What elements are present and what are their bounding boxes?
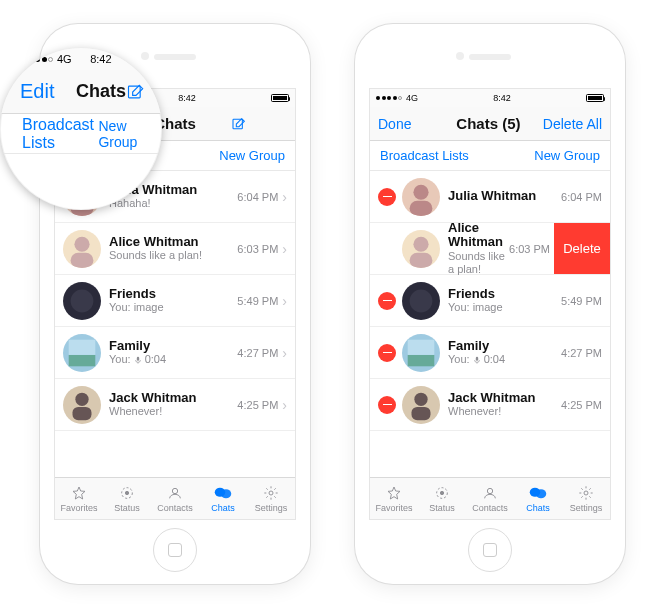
tab-bar: Favorites Status Contacts: [370, 477, 610, 519]
delete-minus-button[interactable]: [378, 188, 396, 206]
chat-time: 6:04 PM: [237, 191, 278, 203]
chat-preview: Sounds like a plan!: [448, 250, 505, 276]
chevron-right-icon: ›: [282, 397, 287, 413]
signal-dots-icon: [376, 96, 402, 100]
chat-name: Jack Whitman: [448, 391, 557, 405]
compose-button[interactable]: [231, 116, 287, 132]
star-icon: [386, 484, 402, 502]
edit-button[interactable]: Edit: [20, 80, 76, 103]
chat-row[interactable]: Julia Whitman 6:04 PM: [370, 171, 610, 223]
chat-row[interactable]: Jack Whitman Whenever! 4:25 PM ›: [55, 379, 295, 431]
chat-name: Friends: [109, 287, 233, 301]
svg-rect-25: [475, 356, 477, 360]
home-button[interactable]: [153, 528, 197, 572]
svg-point-5: [71, 289, 94, 312]
chat-preview: You: image: [448, 301, 557, 314]
chat-time: 4:27 PM: [561, 347, 602, 359]
new-group-link[interactable]: New Group: [219, 148, 285, 163]
status-time: 8:42: [90, 53, 111, 65]
tab-favorites[interactable]: Favorites: [55, 478, 103, 519]
svg-rect-17: [129, 86, 141, 98]
tab-favorites[interactable]: Favorites: [370, 478, 418, 519]
svg-point-29: [440, 491, 443, 494]
chats-icon: [529, 484, 547, 502]
svg-point-26: [414, 392, 427, 405]
chevron-right-icon: ›: [282, 345, 287, 361]
contacts-icon: [482, 484, 498, 502]
status-bar: 4G 8:42: [370, 89, 610, 107]
svg-point-32: [536, 489, 547, 498]
gear-icon: [263, 484, 279, 502]
swipe-delete-button[interactable]: Delete: [554, 223, 610, 274]
svg-point-20: [413, 236, 428, 251]
svg-rect-10: [73, 406, 92, 419]
tab-status[interactable]: Status: [103, 478, 151, 519]
chat-time: 4:25 PM: [561, 399, 602, 411]
delete-minus-button[interactable]: [378, 292, 396, 310]
avatar: [402, 178, 440, 216]
chat-row[interactable]: Friends You: image 5:49 PM: [370, 275, 610, 327]
phone-frame-right: 4G 8:42 Done Chats (5) Delete All Broadc…: [355, 24, 625, 584]
svg-point-33: [584, 491, 588, 495]
chat-name: Family: [109, 339, 233, 353]
svg-rect-19: [410, 200, 433, 215]
delete-minus-button[interactable]: [378, 344, 396, 362]
status-time: 8:42: [493, 93, 511, 103]
avatar: [63, 334, 101, 372]
phone-camera: [456, 52, 464, 60]
chevron-right-icon: ›: [282, 293, 287, 309]
new-group-link[interactable]: New Group: [98, 118, 148, 150]
chevron-right-icon: ›: [282, 241, 287, 257]
tab-contacts[interactable]: Contacts: [151, 478, 199, 519]
chat-name: Family: [448, 339, 557, 353]
sub-bar: Broadcast Lists New Group: [370, 141, 610, 171]
done-button[interactable]: Done: [378, 116, 434, 132]
tab-settings[interactable]: Settings: [247, 478, 295, 519]
broadcast-lists-link[interactable]: Broadcast Lists: [380, 148, 469, 163]
svg-point-30: [487, 488, 492, 493]
svg-point-12: [125, 491, 128, 494]
chat-row[interactable]: Family You: 0:04 4:27 PM: [370, 327, 610, 379]
svg-point-22: [410, 289, 433, 312]
gear-icon: [578, 484, 594, 502]
chat-preview: Hahaha!: [109, 197, 233, 210]
svg-rect-27: [412, 406, 431, 419]
chat-name: Alice Whitman: [448, 221, 505, 250]
svg-rect-23: [408, 354, 435, 365]
delete-minus-button[interactable]: [378, 396, 396, 414]
home-button[interactable]: [468, 528, 512, 572]
magnifier-lens: 4G 8:42 Edit Chats Broadcast Lists: [0, 48, 162, 210]
chat-row[interactable]: Jack Whitman Whenever! 4:25 PM: [370, 379, 610, 431]
chat-row[interactable]: Alice Whitman Sounds like a plan! 6:03 P…: [55, 223, 295, 275]
delete-all-button[interactable]: Delete All: [543, 116, 602, 132]
avatar: [402, 230, 440, 268]
battery-icon: [586, 94, 604, 102]
tab-status[interactable]: Status: [418, 478, 466, 519]
carrier-label: 4G: [57, 53, 72, 65]
svg-rect-4: [71, 252, 94, 267]
tab-contacts[interactable]: Contacts: [466, 478, 514, 519]
carrier-label: 4G: [406, 93, 418, 103]
svg-point-9: [75, 392, 88, 405]
svg-point-3: [74, 236, 89, 251]
tab-chats[interactable]: Chats: [514, 478, 562, 519]
tab-settings[interactable]: Settings: [562, 478, 610, 519]
chat-time: 6:04 PM: [561, 191, 602, 203]
chat-row[interactable]: Family You: 0:04 4:27 PM ›: [55, 327, 295, 379]
chat-list: Julia Whitman 6:04 PM Alice Whitman Soun…: [370, 171, 610, 477]
signal-dots-icon: [22, 57, 53, 62]
chat-row[interactable]: Alice Whitman Sounds like a plan! 6:03 P…: [370, 223, 610, 275]
new-group-link[interactable]: New Group: [534, 148, 600, 163]
microphone-icon: [473, 356, 481, 364]
chat-name: Alice Whitman: [109, 235, 233, 249]
chat-preview: You: image: [109, 301, 233, 314]
tab-bar: Favorites Status Contacts: [55, 477, 295, 519]
avatar: [402, 282, 440, 320]
chat-preview: Whenever!: [109, 405, 233, 418]
chevron-right-icon: ›: [282, 189, 287, 205]
chat-time: 5:49 PM: [237, 295, 278, 307]
avatar: [63, 230, 101, 268]
chat-row[interactable]: Friends You: image 5:49 PM ›: [55, 275, 295, 327]
broadcast-lists-link[interactable]: Broadcast Lists: [22, 116, 98, 152]
tab-chats[interactable]: Chats: [199, 478, 247, 519]
